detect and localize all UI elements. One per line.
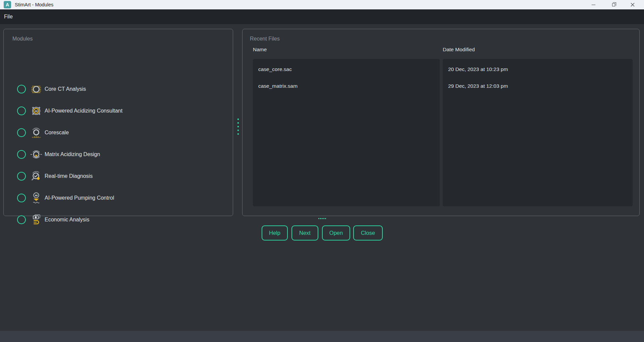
realtime-diagnosis-icon [30, 170, 43, 183]
file-row-name[interactable]: case_core.sac [253, 61, 440, 78]
title-bar: A StimArt - Modules [0, 0, 644, 9]
radio-button[interactable] [17, 107, 26, 115]
help-button[interactable]: Help [262, 225, 288, 241]
file-row-date[interactable]: 29 Dec, 2023 at 12:03 pm [443, 78, 633, 94]
window-close-button[interactable] [625, 0, 640, 9]
radio-button[interactable] [17, 194, 26, 202]
module-label: Economic Analysis [45, 217, 89, 223]
module-item-ai-pumping-control[interactable]: AI AI-Powered Pumping Control [4, 191, 233, 205]
menu-file[interactable]: File [0, 9, 17, 24]
window-title: StimArt - Modules [15, 0, 53, 9]
file-row-name[interactable]: case_matrix.sam [253, 78, 440, 94]
restore-button-icon[interactable] [606, 0, 621, 9]
file-row-date[interactable]: 20 Dec, 2023 at 10:23 pm [443, 61, 633, 78]
menu-bar: File [0, 9, 644, 24]
core-ct-analysis-icon [30, 83, 43, 95]
close-icon [631, 3, 635, 7]
file-date-list: 20 Dec, 2023 at 10:23 pm 29 Dec, 2023 at… [443, 59, 633, 206]
close-button[interactable]: Close [353, 225, 383, 241]
radio-button[interactable] [17, 215, 26, 224]
economic-analysis-icon [30, 213, 43, 226]
matrix-acidizing-design-icon [30, 148, 43, 161]
modules-panel: Modules Core CT Analysis [3, 29, 233, 216]
svg-text:AI: AI [35, 110, 38, 113]
ai-pumping-control-icon: AI [30, 192, 43, 204]
recent-files-panel-title: Recent Files [250, 36, 280, 42]
application-window: A StimArt - Modules File Modules [0, 0, 644, 342]
status-bar [0, 331, 644, 342]
module-label: Core CT Analysis [45, 86, 86, 92]
svg-text:AI: AI [35, 194, 38, 197]
modules-panel-title: Modules [12, 36, 33, 42]
radio-button[interactable] [17, 128, 26, 137]
radio-button[interactable] [17, 150, 26, 159]
module-item-matrix-acidizing-design[interactable]: Matrix Acidizing Design [4, 148, 233, 161]
module-item-economic-analysis[interactable]: Economic Analysis [4, 213, 233, 226]
open-button[interactable]: Open [322, 225, 350, 241]
ai-acidizing-consultant-icon: AI [30, 105, 43, 117]
restore-icon [612, 3, 615, 6]
corescale-icon [30, 126, 43, 139]
module-label: AI-Powered Pumping Control [45, 195, 114, 201]
module-item-core-ct-analysis[interactable]: Core CT Analysis [4, 82, 233, 96]
minimize-button-icon[interactable] [586, 0, 601, 9]
module-label: Matrix Acidizing Design [45, 151, 100, 157]
minimize-icon [592, 5, 595, 5]
radio-button[interactable] [17, 172, 26, 181]
bottom-splitter-handle[interactable] [318, 218, 326, 219]
module-label: AI-Powered Acidizing Consultant [45, 108, 122, 114]
module-item-realtime-diagnosis[interactable]: Real-time Diagnosis [4, 169, 233, 183]
next-button[interactable]: Next [291, 225, 318, 241]
module-item-ai-acidizing-consultant[interactable]: AI AI-Powered Acidizing Consultant [4, 104, 233, 118]
recent-files-panel: Recent Files Name Date Modified case_cor… [242, 29, 640, 216]
panel-splitter-handle[interactable] [237, 119, 239, 135]
module-item-corescale[interactable]: Corescale [4, 126, 233, 139]
module-label: Real-time Diagnosis [45, 173, 93, 179]
column-header-name: Name [253, 47, 267, 53]
column-header-date: Date Modified [443, 47, 475, 53]
file-name-list: case_core.sac case_matrix.sam [253, 59, 440, 206]
module-label: Corescale [45, 130, 69, 136]
app-icon: A [4, 1, 11, 8]
radio-button[interactable] [17, 85, 26, 93]
